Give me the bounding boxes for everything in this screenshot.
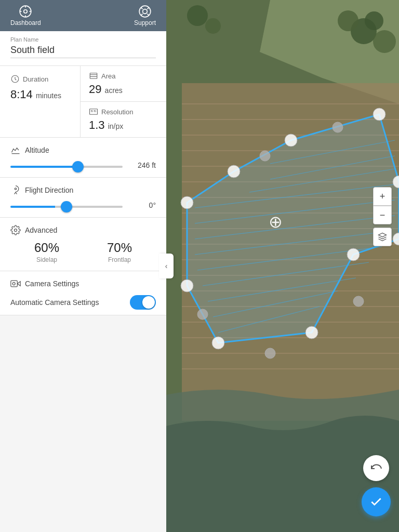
plan-name-label: Plan Name [10,36,156,43]
vertex-handle[interactable] [305,326,318,339]
resolution-stat: Resolution 1.3 in/px [81,102,166,137]
svg-rect-18 [95,111,96,112]
vertex-handle[interactable] [228,165,240,178]
flight-direction-slider[interactable] [10,206,123,208]
midpoint-handle[interactable] [197,309,208,320]
vertex-handle[interactable] [181,280,193,292]
vertex-handle[interactable] [285,134,297,147]
zoom-controls: + − [373,187,392,246]
collapse-handle[interactable]: ‹ [159,254,174,278]
collapse-icon: ‹ [165,262,168,270]
svg-line-9 [148,14,149,16]
sidelap-value: 60% [34,241,59,255]
stats-row: Duration 8:14 minutes Area 29 [0,66,166,138]
altitude-slider-container [10,161,123,170]
flight-direction-slider-container [10,201,123,210]
bottom-map-controls [362,455,391,516]
duration-stat: Duration 8:14 minutes [0,66,81,137]
auto-camera-toggle[interactable] [130,295,156,310]
svg-line-8 [141,7,142,9]
svg-point-48 [373,30,396,53]
map-svg: ⊕ [166,0,399,532]
svg-point-7 [143,9,148,14]
svg-rect-22 [11,281,17,287]
vertex-handle[interactable] [347,248,360,261]
camera-settings-label: Camera Settings [25,280,79,288]
altitude-label: Altitude [25,146,49,154]
midpoint-handle[interactable] [260,151,270,161]
svg-point-20 [15,188,16,190]
auto-camera-row: Automatic Camera Settings [10,295,156,310]
vertex-handle[interactable] [212,337,224,349]
move-icon[interactable]: ⊕ [269,212,283,231]
layers-button[interactable] [373,228,392,246]
area-unit: acres [105,86,123,95]
zoom-in-button[interactable]: + [373,187,392,206]
midpoint-handle[interactable] [265,348,275,358]
altitude-value: 246 ft [128,161,156,169]
plan-name-section: Plan Name South field [0,31,166,66]
altitude-section: Altitude 246 ft [0,138,166,178]
vertex-handle[interactable] [181,196,193,209]
flight-direction-label: Flight Direction [25,186,73,194]
duration-value: 8:14 [10,88,33,101]
resolution-unit: in/px [108,122,124,130]
undo-button[interactable] [363,455,389,481]
svg-marker-64 [379,233,387,237]
duration-label: Duration [23,75,48,83]
dashboard-label: Dashboard [10,19,41,26]
header: Dashboard Support [0,0,166,31]
svg-text:⊕: ⊕ [269,212,283,231]
toggle-knob [142,296,155,309]
svg-line-11 [148,7,149,9]
svg-point-21 [15,229,17,232]
frontlap-label: Frontlap [107,256,132,263]
support-button[interactable]: Support [134,5,156,26]
area-value: 29 [89,83,101,96]
midpoint-handle[interactable] [332,122,343,132]
area-label: Area [101,72,115,80]
svg-point-47 [365,11,383,30]
svg-rect-17 [91,111,93,112]
frontlap-value: 70% [107,241,132,255]
support-label: Support [134,19,156,26]
svg-point-50 [205,18,221,34]
midpoint-handle[interactable] [353,296,364,307]
flight-direction-section: Flight Direction 0° [0,178,166,218]
plan-name-value[interactable]: South field [10,45,156,58]
zoom-out-button[interactable]: − [373,206,392,224]
svg-point-46 [338,10,358,31]
svg-point-49 [187,5,208,26]
svg-line-10 [141,14,142,16]
area-resolution-col: Area 29 acres Resolution 1.3 [81,66,166,137]
sidelap-label: Sidelap [34,256,59,263]
svg-point-1 [24,10,28,14]
area-stat: Area 29 acres [81,66,166,102]
left-panel: Dashboard Support Plan Name South field [0,0,166,532]
resolution-label: Resolution [101,108,133,116]
svg-point-23 [12,283,15,285]
resolution-value: 1.3 [89,118,105,131]
map-area: ⊕ + − [166,0,399,532]
flight-direction-value: 0° [128,201,156,209]
zoom-group: + − [373,187,392,224]
aerial-map: ⊕ + − [166,0,399,532]
dashboard-button[interactable]: Dashboard [10,5,41,26]
duration-unit: minutes [36,91,61,100]
auto-camera-label: Automatic Camera Settings [10,298,99,307]
sidelap-stat: 60% Sidelap [34,241,59,263]
svg-rect-16 [90,109,98,115]
altitude-slider[interactable] [10,166,123,168]
camera-section: Camera Settings Automatic Camera Setting… [0,271,166,315]
vertex-handle[interactable] [373,108,385,121]
confirm-button[interactable] [362,487,391,516]
frontlap-stat: 70% Frontlap [107,241,132,263]
svg-rect-13 [90,73,97,79]
advanced-section: Advanced 60% Sidelap 70% Frontlap [0,218,166,271]
advanced-label: Advanced [25,226,57,234]
